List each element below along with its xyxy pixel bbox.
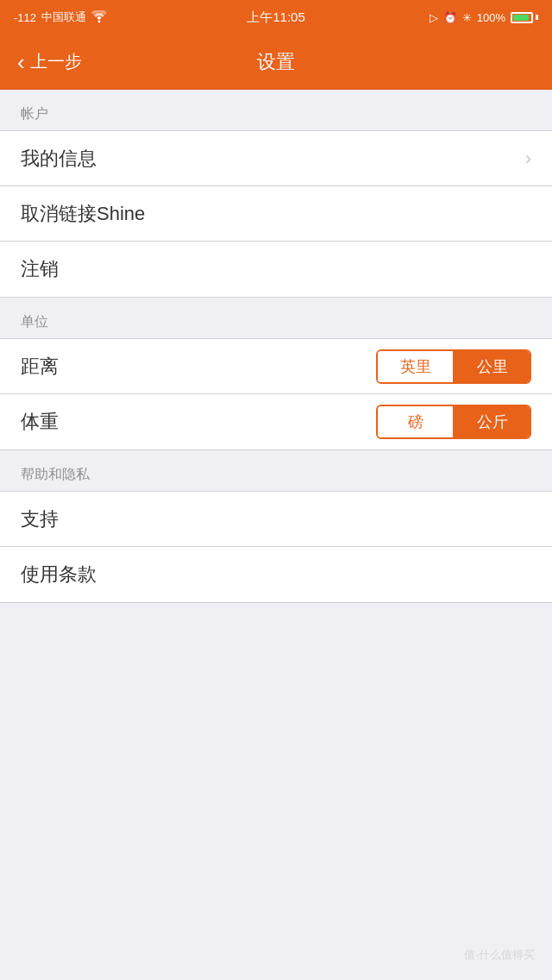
distance-km-btn[interactable]: 公里 <box>455 351 530 382</box>
signal-text: -112 <box>14 11 36 24</box>
location-icon: ▷ <box>430 11 438 24</box>
support-label: 支持 <box>21 506 59 532</box>
back-button[interactable]: ‹ 上一步 <box>17 50 82 73</box>
help-privacy-section-header: 帮助和隐私 <box>0 450 552 491</box>
units-section-header: 单位 <box>0 298 552 338</box>
terms-item[interactable]: 使用条款 <box>0 547 552 602</box>
distance-segment[interactable]: 英里 公里 <box>376 349 531 384</box>
terms-label: 使用条款 <box>21 562 97 587</box>
my-info-chevron-icon: › <box>525 148 531 170</box>
status-bar: -112 中国联通 上午11:05 ▷ ⏰ ✳ 100% <box>0 0 552 35</box>
wifi-icon <box>91 10 107 25</box>
alarm-icon: ⏰ <box>443 11 457 24</box>
status-right: ▷ ⏰ ✳ 100% <box>430 11 538 24</box>
logout-label: 注销 <box>21 256 59 282</box>
distance-label: 距离 <box>21 354 59 380</box>
status-left: -112 中国联通 <box>14 9 107 25</box>
units-list: 距离 英里 公里 体重 磅 公斤 <box>0 338 552 450</box>
watermark: 值·什么值得买 <box>464 947 535 963</box>
weight-item: 体重 磅 公斤 <box>0 394 552 449</box>
nav-bar: ‹ 上一步 设置 <box>0 35 552 90</box>
weight-segment[interactable]: 磅 公斤 <box>376 405 531 439</box>
back-chevron-icon: ‹ <box>17 51 25 73</box>
weight-kg-btn[interactable]: 公斤 <box>455 406 530 437</box>
account-list: 我的信息 › 取消链接Shine 注销 <box>0 130 552 298</box>
carrier-text: 中国联通 <box>41 9 86 25</box>
weight-label: 体重 <box>21 409 59 435</box>
my-info-label: 我的信息 <box>21 146 97 172</box>
account-section-header: 帐户 <box>0 90 552 130</box>
logout-item[interactable]: 注销 <box>0 242 552 297</box>
support-item[interactable]: 支持 <box>0 492 552 547</box>
page-title: 设置 <box>257 49 295 75</box>
status-time: 上午11:05 <box>247 9 305 26</box>
battery-icon <box>511 12 538 23</box>
help-privacy-list: 支持 使用条款 <box>0 491 552 603</box>
unlink-shine-item[interactable]: 取消链接Shine <box>0 186 552 242</box>
svg-point-0 <box>98 20 101 22</box>
weight-lbs-btn[interactable]: 磅 <box>378 406 453 437</box>
battery-percent: 100% <box>477 11 505 24</box>
bluetooth-icon: ✳ <box>462 11 472 24</box>
my-info-item[interactable]: 我的信息 › <box>0 131 552 186</box>
distance-miles-btn[interactable]: 英里 <box>378 351 453 382</box>
unlink-shine-label: 取消链接Shine <box>21 201 145 227</box>
distance-item: 距离 英里 公里 <box>0 339 552 394</box>
back-label: 上一步 <box>30 50 82 73</box>
